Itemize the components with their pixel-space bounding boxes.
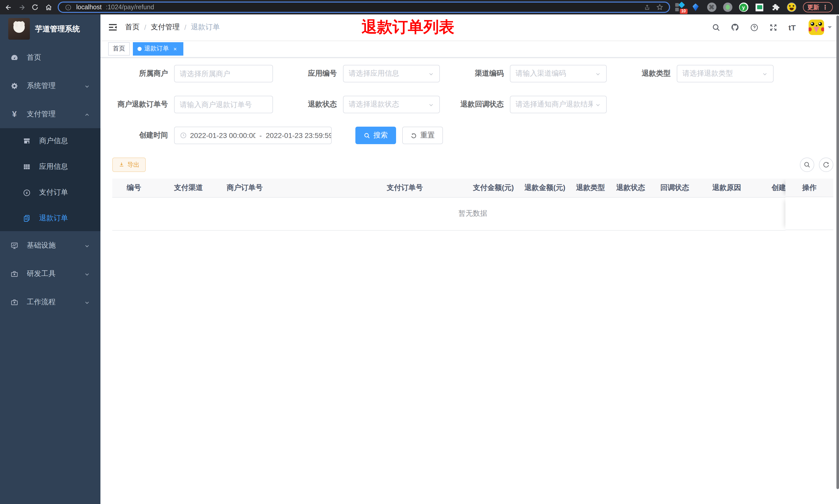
- navbar-actions: tT: [711, 20, 832, 35]
- date-end-value[interactable]: 2022-01-23 23:59:59: [266, 131, 331, 140]
- page-scrollbar[interactable]: [836, 15, 839, 489]
- col-refund-reason: 退款原因: [698, 179, 755, 197]
- chevron-up-icon: [84, 111, 90, 117]
- site-info-icon[interactable]: [64, 3, 72, 11]
- app-label: 应用编号: [281, 69, 343, 78]
- extension-kite-icon[interactable]: [691, 3, 700, 12]
- sidebar-fold-icon[interactable]: [108, 22, 118, 32]
- caret-down-icon: [828, 26, 832, 30]
- search-icon[interactable]: [711, 23, 720, 32]
- show-search-toggle-button[interactable]: [800, 158, 814, 172]
- address-bar[interactable]: localhost:1024/pay/refund: [58, 2, 670, 13]
- sidebar-item-refund-order[interactable]: 退款订单: [0, 205, 101, 231]
- breadcrumb: 首页 / 支付管理 / 退款订单: [125, 23, 220, 32]
- sidebar-logo[interactable]: 芋道管理系统: [0, 14, 101, 43]
- active-dot: [138, 47, 142, 51]
- clock-icon: [180, 132, 187, 139]
- col-pay-order-no: 支付订单号: [382, 179, 468, 197]
- chevron-down-icon: [428, 102, 434, 108]
- search-button[interactable]: 搜索: [355, 127, 396, 144]
- sidebar-item-label: 首页: [27, 53, 90, 62]
- breadcrumb-home[interactable]: 首页: [125, 23, 140, 32]
- channel-label: 渠道编码: [448, 69, 510, 78]
- chevron-down-icon: [84, 83, 90, 89]
- github-icon[interactable]: [730, 23, 739, 32]
- shop-icon: [23, 137, 31, 145]
- breadcrumb-pay[interactable]: 支付管理: [151, 23, 180, 32]
- tags-view: 首页 退款订单 ×: [101, 40, 839, 58]
- navbar: 首页 / 支付管理 / 退款订单 退款订单列表: [101, 14, 839, 40]
- chrome-update-button[interactable]: 更新 ⋮: [803, 2, 833, 12]
- refund-status-select[interactable]: 请选择退款状态: [343, 96, 440, 113]
- create-time-range-picker[interactable]: 2022-01-23 00:00:00 - 2022-01-23 23:59:5…: [174, 127, 332, 144]
- extension-command-icon[interactable]: ⌘: [707, 3, 716, 12]
- export-button[interactable]: 导出: [112, 158, 146, 172]
- reset-button[interactable]: 重置: [402, 127, 443, 144]
- extensions-strip: 10 ⌘ y 更新 ⋮: [675, 2, 835, 12]
- extension-chat-icon[interactable]: [755, 3, 764, 12]
- sidebar-item-label: 支付订单: [39, 188, 90, 197]
- breadcrumb-current: 退款订单: [191, 23, 220, 32]
- col-actions: 操作: [785, 179, 833, 197]
- chevron-down-icon: [84, 242, 90, 248]
- extension-emoji-icon[interactable]: [787, 3, 796, 12]
- filter-form: 所属商户 应用编号 请选择应用信息: [112, 65, 833, 144]
- col-refund-amount: 退款金额(元): [519, 179, 571, 197]
- url-host: localhost: [76, 4, 102, 11]
- channel-select[interactable]: 请输入渠道编码: [510, 65, 607, 83]
- avatar: [809, 20, 824, 35]
- sidebar-item-pay[interactable]: ¥ 支付管理: [0, 100, 101, 128]
- notify-status-label: 退款回调状态: [448, 100, 510, 109]
- date-separator: -: [255, 131, 266, 140]
- tag-refund-order[interactable]: 退款订单 ×: [133, 42, 183, 55]
- home-button[interactable]: [44, 3, 53, 11]
- refresh-table-button[interactable]: [819, 158, 833, 172]
- sidebar-item-label: 商户信息: [39, 137, 90, 146]
- chevron-down-icon: [428, 71, 434, 77]
- date-start-value[interactable]: 2022-01-23 00:00:00: [190, 131, 255, 140]
- browser-toolbar: localhost:1024/pay/refund 10 ⌘ y: [0, 0, 839, 14]
- sidebar-item-label: 退款订单: [39, 214, 90, 223]
- share-icon[interactable]: [643, 3, 651, 11]
- bookmark-star-icon[interactable]: [655, 3, 664, 11]
- extension-green-dot-icon[interactable]: [723, 3, 732, 12]
- reload-button[interactable]: [31, 3, 39, 11]
- page-title: 退款订单列表: [361, 17, 454, 38]
- refund-type-select[interactable]: 请选择退款类型: [677, 65, 773, 83]
- table-scroll-area[interactable]: 编号 支付渠道 商户订单号 支付订单号 支付金额(元) 退款金额(元) 退款类型…: [112, 179, 785, 230]
- close-icon[interactable]: ×: [172, 45, 179, 52]
- create-time-label: 创建时间: [112, 131, 174, 140]
- monitor-chart-icon: [10, 241, 19, 249]
- app-select[interactable]: 请选择应用信息: [343, 65, 440, 83]
- forward-button[interactable]: [18, 3, 26, 11]
- extensions-puzzle-icon[interactable]: [771, 3, 780, 12]
- sidebar-item-home[interactable]: 首页: [0, 43, 101, 72]
- help-icon[interactable]: [749, 23, 758, 32]
- chrome-menu-icon[interactable]: ⋮: [822, 4, 828, 11]
- col-refund-status: 退款状态: [610, 179, 651, 197]
- refund-status-label: 退款状态: [281, 100, 343, 109]
- col-id: 编号: [112, 179, 156, 197]
- merchant-input[interactable]: [174, 65, 273, 83]
- refund-type-label: 退款类型: [615, 69, 677, 78]
- extension-tabs-icon[interactable]: 10: [675, 3, 684, 12]
- user-menu[interactable]: [806, 20, 832, 35]
- yen-icon: ¥: [10, 110, 19, 118]
- table-header-row: 编号 支付渠道 商户订单号 支付订单号 支付金额(元) 退款金额(元) 退款类型…: [112, 179, 785, 197]
- sidebar-item-app-info[interactable]: 应用信息: [0, 154, 101, 180]
- sidebar-item-system[interactable]: 系统管理: [0, 72, 101, 100]
- sidebar-item-merchant-info[interactable]: 商户信息: [0, 128, 101, 154]
- back-button[interactable]: [4, 3, 12, 11]
- extension-y-icon[interactable]: y: [739, 3, 748, 12]
- fullscreen-icon[interactable]: [768, 23, 778, 32]
- sidebar-item-workflow[interactable]: 工作流程: [0, 288, 101, 316]
- font-size-icon[interactable]: tT: [787, 23, 797, 32]
- app-title: 芋道管理系统: [35, 24, 80, 34]
- notify-status-select[interactable]: 请选择通知商户退款结果的回调状态: [510, 96, 607, 113]
- url-path: :1024/pay/refund: [106, 4, 154, 11]
- sidebar-item-pay-order[interactable]: ¥ 支付订单: [0, 180, 101, 205]
- sidebar-item-infra[interactable]: 基础设施: [0, 231, 101, 259]
- merchant-refund-no-input[interactable]: [174, 96, 273, 113]
- sidebar-item-dev-tools[interactable]: 研发工具: [0, 259, 101, 288]
- tag-home[interactable]: 首页: [108, 42, 130, 55]
